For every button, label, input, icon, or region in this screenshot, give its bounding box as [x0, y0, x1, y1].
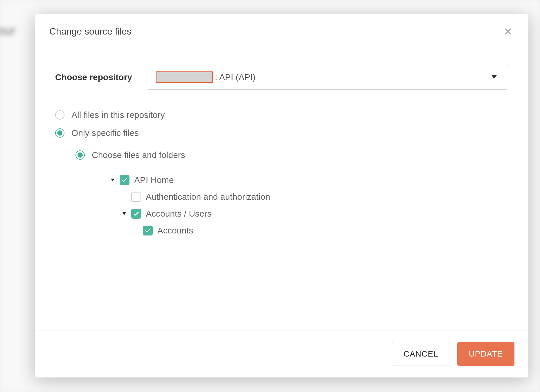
tree-item-api-home[interactable]: API Home [110, 172, 502, 188]
svg-marker-4 [123, 212, 126, 215]
tree-label: Accounts / Users [146, 209, 212, 219]
modal-body: Choose repository : API (API) All files … [35, 47, 528, 330]
tree-label: API Home [134, 175, 174, 185]
checkbox-accounts-users[interactable] [131, 209, 141, 219]
radio-choose-files[interactable]: Choose files and folders [75, 150, 508, 160]
radio-label: Choose files and folders [92, 150, 185, 160]
checkbox-accounts[interactable] [143, 226, 153, 235]
repository-redacted-name [156, 71, 213, 83]
radio-circle [55, 128, 64, 138]
radio-circle [75, 150, 85, 160]
modal-title: Change source files [49, 26, 132, 37]
svg-marker-3 [111, 179, 114, 181]
radio-dot [57, 130, 62, 136]
chevron-down-icon [492, 75, 497, 80]
check-icon [122, 178, 127, 182]
svg-marker-2 [492, 75, 497, 79]
close-icon [504, 27, 512, 35]
checkbox-api-home[interactable] [120, 175, 129, 185]
radio-specific-files[interactable]: Only specific files [55, 128, 508, 138]
check-icon [145, 228, 151, 233]
repository-select-text: : API (API) [215, 72, 255, 82]
tree-item-auth[interactable]: Authentication and authorization [122, 188, 502, 205]
radio-dot [78, 152, 83, 158]
sub-radio-group: Choose files and folders API Home [75, 150, 508, 265]
tree-expand-toggle[interactable] [110, 178, 115, 182]
radio-circle [55, 110, 64, 120]
tree-label: Authentication and authorization [146, 192, 270, 202]
close-button[interactable] [502, 25, 514, 38]
checkbox-auth[interactable] [131, 192, 141, 202]
modal-header: Change source files [35, 14, 528, 47]
radio-all-files[interactable]: All files in this repository [55, 110, 508, 120]
check-icon [133, 211, 139, 216]
radio-label: Only specific files [71, 128, 139, 138]
file-tree[interactable]: API Home Authentication and authorizatio… [96, 172, 508, 265]
cancel-button[interactable]: CANCEL [392, 342, 450, 366]
file-scope-radio-group: All files in this repository Only specif… [55, 110, 508, 138]
tree-item-accounts-users[interactable]: Accounts / Users [122, 205, 502, 222]
tree-item-accounts[interactable]: Accounts [134, 222, 502, 239]
repository-label: Choose repository [55, 72, 132, 82]
modal-footer: CANCEL UPDATE [35, 330, 528, 377]
update-button[interactable]: UPDATE [457, 342, 515, 366]
tree-label: Accounts [157, 226, 193, 235]
file-tree-container: API Home Authentication and authorizatio… [96, 172, 508, 265]
repository-row: Choose repository : API (API) [55, 65, 508, 90]
change-source-files-modal: Change source files Choose repository : … [35, 14, 528, 377]
repository-select[interactable]: : API (API) [147, 65, 508, 90]
tree-expand-toggle[interactable] [122, 211, 127, 216]
radio-label: All files in this repository [71, 110, 165, 120]
